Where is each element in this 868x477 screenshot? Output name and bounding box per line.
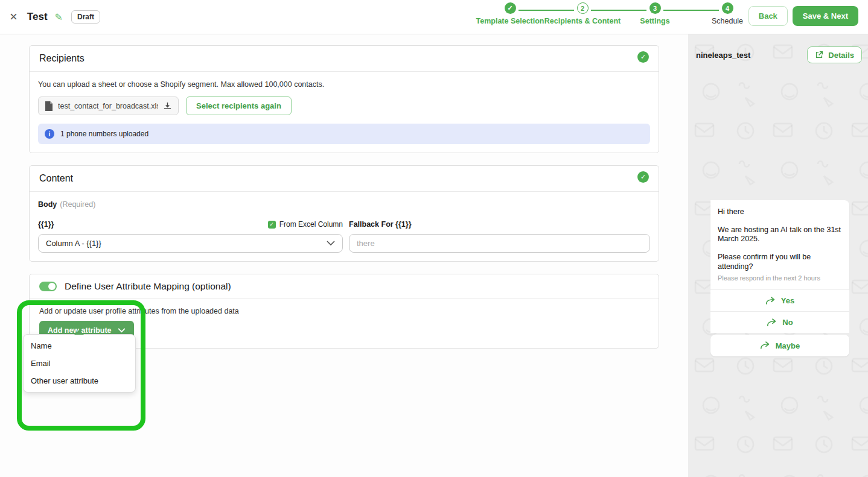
menu-item-other[interactable]: Other user attribute bbox=[24, 372, 135, 390]
info-banner: i 1 phone numbers uploaded bbox=[38, 124, 650, 144]
message-preview-bubble: Hi there We are hosting an AI talk on th… bbox=[710, 200, 849, 356]
attribute-menu: Name Email Other user attribute bbox=[23, 334, 136, 393]
stepper: Template Selection 2 Recipients & Conten… bbox=[474, 2, 764, 25]
quick-reply-maybe[interactable]: Maybe bbox=[710, 335, 849, 356]
message-greeting: Hi there bbox=[718, 207, 842, 217]
quick-reply-no[interactable]: No bbox=[710, 311, 849, 333]
uploaded-file-chip[interactable]: test_contact_for_broadcast.xlsx... bbox=[38, 96, 179, 115]
file-name: test_contact_for_broadcast.xlsx... bbox=[58, 102, 158, 110]
mapping-description: Add or update user profile attributes fr… bbox=[39, 307, 649, 315]
checkbox-checked-icon[interactable]: ✓ bbox=[268, 221, 276, 229]
file-icon bbox=[45, 101, 53, 111]
quick-reply-label: No bbox=[782, 318, 793, 327]
required-hint: (Required) bbox=[60, 200, 95, 209]
recipients-card: Recipients ✓ You can upload a sheet or c… bbox=[29, 45, 659, 153]
step-number: 4 bbox=[722, 2, 733, 14]
section-complete-check-icon: ✓ bbox=[637, 51, 649, 63]
reply-arrow-icon bbox=[760, 341, 771, 350]
from-excel-checkbox-wrap[interactable]: ✓ From Excel Column bbox=[268, 220, 343, 229]
content-title: Content bbox=[39, 173, 73, 183]
recipients-description: You can upload a sheet or choose a Shopi… bbox=[38, 80, 650, 89]
content-card-header: Content ✓ bbox=[30, 166, 659, 192]
details-button[interactable]: Details bbox=[807, 46, 862, 63]
recipients-card-header: Recipients ✓ bbox=[30, 46, 659, 72]
step-label: Recipients & Content bbox=[544, 17, 621, 25]
download-icon[interactable] bbox=[163, 101, 172, 110]
fallback-input[interactable] bbox=[349, 234, 650, 253]
details-label: Details bbox=[828, 51, 854, 60]
form-area: Recipients ✓ You can upload a sheet or c… bbox=[0, 34, 688, 477]
mapping-toggle-on[interactable] bbox=[39, 282, 57, 291]
reply-arrow-icon bbox=[767, 318, 777, 327]
step-number: 3 bbox=[649, 2, 661, 14]
step-label: Schedule bbox=[712, 17, 743, 25]
quick-reply-yes[interactable]: Yes bbox=[710, 289, 849, 311]
step-number: 2 bbox=[577, 2, 589, 14]
menu-caret-icon bbox=[74, 330, 84, 335]
info-banner-text: 1 phone numbers uploaded bbox=[60, 130, 148, 138]
menu-item-email[interactable]: Email bbox=[24, 355, 135, 372]
content-card: Content ✓ Body(Required) {{1}} ✓ From Ex… bbox=[29, 165, 659, 262]
step-recipients-content[interactable]: 2 Recipients & Content bbox=[546, 2, 619, 25]
info-icon: i bbox=[45, 129, 54, 139]
save-next-button[interactable]: Save & Next bbox=[793, 6, 858, 26]
quick-reply-label: Yes bbox=[781, 296, 794, 305]
message-line1: We are hosting an AI talk on the 31st Ma… bbox=[718, 226, 842, 244]
step-settings[interactable]: 3 Settings bbox=[619, 2, 691, 25]
back-button[interactable]: Back bbox=[748, 6, 788, 26]
section-complete-check-icon: ✓ bbox=[637, 171, 649, 183]
top-bar: × Test ✎ Draft Template Selection 2 Reci… bbox=[0, 0, 868, 34]
external-link-icon bbox=[815, 51, 823, 59]
quick-reply-label: Maybe bbox=[776, 341, 800, 350]
column-select[interactable]: Column A - {{1}} bbox=[38, 234, 343, 253]
status-badge: Draft bbox=[71, 10, 100, 24]
message-line2: Please confirm if you will be attending? bbox=[718, 253, 842, 271]
fallback-label: Fallback For {{1}} bbox=[349, 220, 412, 229]
preview-sidebar: nineleaps_test Details Hi there We are h… bbox=[688, 34, 868, 477]
from-excel-label: From Excel Column bbox=[279, 220, 343, 229]
mapping-title: Define User Attribute Mapping (optional) bbox=[65, 281, 231, 292]
step-label: Template Selection bbox=[476, 17, 544, 25]
message-note: Please respond in the next 2 hours bbox=[718, 274, 842, 282]
page-title: Test bbox=[27, 11, 48, 23]
chevron-down-icon bbox=[118, 328, 126, 333]
edit-pencil-icon[interactable]: ✎ bbox=[55, 11, 63, 23]
reply-arrow-icon bbox=[765, 297, 776, 305]
select-recipients-again-button[interactable]: Select recipients again bbox=[186, 96, 292, 115]
recipients-title: Recipients bbox=[39, 53, 85, 63]
variable-label: {{1}} bbox=[38, 220, 54, 229]
body-label: Body(Required) bbox=[38, 200, 650, 209]
close-icon[interactable]: × bbox=[10, 10, 18, 24]
chevron-down-icon bbox=[327, 241, 335, 246]
step-label: Settings bbox=[640, 17, 669, 25]
step-template-selection[interactable]: Template Selection bbox=[474, 2, 546, 25]
menu-item-name[interactable]: Name bbox=[24, 337, 135, 355]
sender-name: nineleaps_test bbox=[696, 51, 750, 60]
column-select-value: Column A - {{1}} bbox=[46, 239, 101, 248]
step-check-icon bbox=[505, 2, 516, 14]
